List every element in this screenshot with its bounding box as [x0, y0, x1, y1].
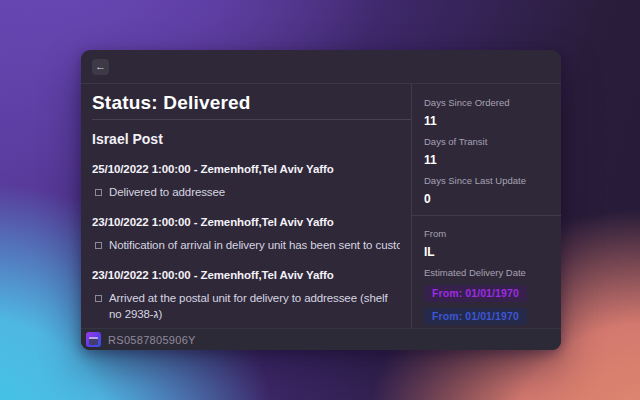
- window-body: Status: Delivered Israel Post 25/10/2022…: [81, 84, 561, 328]
- back-button[interactable]: ←: [92, 59, 109, 75]
- sidebar-divider: [412, 215, 561, 216]
- event-detail: Arrived at the postal unit for delivery …: [92, 290, 400, 322]
- tracking-footer: RS0587805906Y: [81, 328, 561, 350]
- tracking-event: 23/10/2022 1:00:00 - Zemenhoff,Tel Aviv …: [92, 216, 400, 253]
- parcel-app-icon: [86, 332, 101, 347]
- estimated-delivery-label: Estimated Delivery Date: [424, 268, 549, 278]
- stat-label: Days Since Ordered: [424, 98, 549, 108]
- origin-value: IL: [424, 246, 549, 258]
- estimated-date-badge-purple: From: 01/01/1970: [424, 285, 527, 302]
- window-titlebar: ←: [81, 50, 561, 84]
- stat-value: 11: [424, 115, 549, 127]
- event-detail: Notification of arrival in delivery unit…: [92, 237, 400, 253]
- stat-label: Days Since Last Update: [424, 176, 549, 186]
- stat-label: Days of Transit: [424, 137, 549, 147]
- tracking-window: ← Status: Delivered Israel Post 25/10/20…: [81, 50, 561, 350]
- timeline-scroll-area[interactable]: Status: Delivered Israel Post 25/10/2022…: [81, 84, 411, 328]
- tracking-event: 25/10/2022 1:00:00 - Zemenhoff,Tel Aviv …: [92, 163, 400, 200]
- stat-value: 0: [424, 193, 549, 205]
- origin-label: From: [424, 229, 549, 239]
- back-arrow-icon: ←: [95, 60, 106, 72]
- estimated-date-badge-blue: From: 01/01/1970: [424, 308, 527, 325]
- desktop-background: ← Status: Delivered Israel Post 25/10/20…: [0, 0, 640, 400]
- event-heading: 23/10/2022 1:00:00 - Zemenhoff,Tel Aviv …: [92, 216, 400, 228]
- tracking-event: 23/10/2022 1:00:00 - Zemenhoff,Tel Aviv …: [92, 269, 400, 322]
- details-sidebar: Days Since Ordered 11 Days of Transit 11…: [411, 84, 561, 328]
- status-title: Status: Delivered: [92, 93, 400, 113]
- title-divider: [92, 119, 411, 120]
- carrier-name: Israel Post: [92, 132, 400, 147]
- event-detail: Delivered to addressee: [92, 184, 400, 200]
- event-heading: 23/10/2022 1:00:00 - Zemenhoff,Tel Aviv …: [92, 269, 400, 281]
- stat-value: 11: [424, 154, 549, 166]
- tracking-number: RS0587805906Y: [108, 334, 196, 346]
- event-heading: 25/10/2022 1:00:00 - Zemenhoff,Tel Aviv …: [92, 163, 400, 175]
